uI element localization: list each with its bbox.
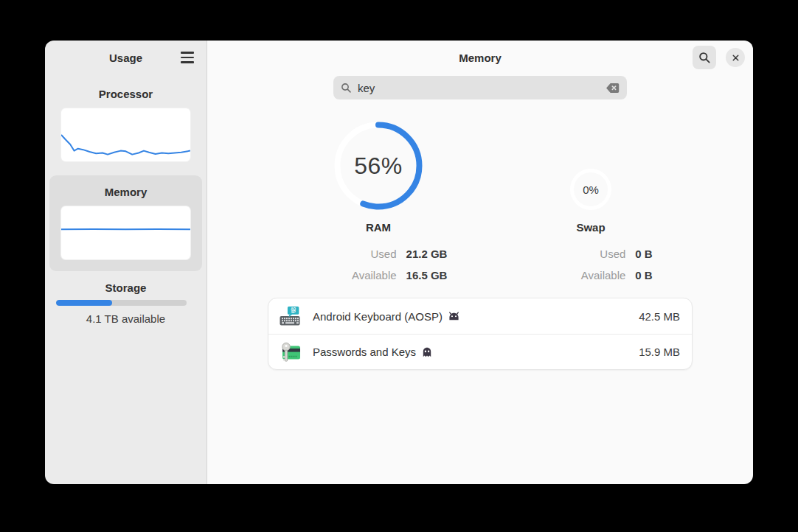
ram-used-value: 21.2 GB bbox=[406, 245, 448, 262]
sidebar-item-processor[interactable]: Processor bbox=[49, 86, 202, 173]
swap-gauge-section: 0% Swap Used 0 B Available 0 B bbox=[502, 122, 679, 284]
close-icon[interactable] bbox=[726, 48, 745, 67]
process-row-passwords-keys[interactable]: Passwords and Keys 15.9 MB bbox=[268, 334, 692, 369]
sidebar-item-memory[interactable]: Memory bbox=[49, 175, 202, 271]
android-robot-icon bbox=[448, 312, 459, 321]
ram-available-value: 16.5 GB bbox=[406, 267, 448, 284]
app-title: Usage bbox=[109, 52, 142, 64]
daemon-ghost-icon bbox=[422, 347, 432, 357]
search-entry bbox=[333, 76, 627, 99]
search-icon[interactable] bbox=[693, 46, 716, 69]
clear-search-icon[interactable] bbox=[606, 83, 620, 94]
main-header: Memory bbox=[207, 41, 753, 74]
process-row-android-keyboard[interactable]: AO SP Android Keyboard (AOSP) 42.5 MB bbox=[268, 298, 692, 334]
swap-percent-value: 0% bbox=[570, 169, 611, 210]
search-input[interactable] bbox=[358, 82, 600, 94]
passwords-keys-app-icon bbox=[278, 340, 302, 364]
memory-usage-chart bbox=[60, 206, 191, 260]
swap-stats: Used 0 B Available 0 B bbox=[529, 245, 652, 284]
swap-available-value: 0 B bbox=[635, 267, 652, 284]
header-controls bbox=[693, 46, 745, 69]
process-name: Android Keyboard (AOSP) bbox=[313, 310, 443, 323]
ram-gauge: 56% bbox=[334, 122, 423, 210]
storage-progress-bar bbox=[56, 300, 187, 306]
memory-label: Memory bbox=[60, 184, 191, 200]
page-title: Memory bbox=[207, 41, 753, 74]
usage-app-window: Usage Processor Memory Storage 4.1 TB av… bbox=[45, 41, 753, 484]
sidebar-header: Usage bbox=[45, 41, 207, 74]
sidebar-item-storage[interactable]: Storage 4.1 TB available bbox=[45, 280, 207, 326]
swap-available-label: Available bbox=[529, 267, 625, 284]
svg-text:SP: SP bbox=[291, 310, 296, 314]
ram-gauge-section: 56% RAM Used 21.2 GB Available 16.5 GB bbox=[290, 122, 467, 284]
processor-usage-chart bbox=[60, 108, 191, 162]
search-entry-icon bbox=[341, 83, 352, 94]
sidebar: Usage Processor Memory Storage 4.1 TB av… bbox=[45, 41, 207, 484]
storage-label: Storage bbox=[56, 280, 195, 296]
process-name: Passwords and Keys bbox=[313, 346, 416, 358]
ram-title: RAM bbox=[366, 220, 391, 236]
gauges-row: 56% RAM Used 21.2 GB Available 16.5 GB bbox=[207, 122, 753, 284]
process-list: AO SP Android Keyboard (AOSP) 42.5 MB bbox=[268, 298, 693, 370]
ram-percent-value: 56% bbox=[334, 122, 423, 210]
swap-used-value: 0 B bbox=[635, 245, 652, 262]
process-memory-value: 42.5 MB bbox=[639, 310, 680, 323]
ram-used-label: Used bbox=[310, 245, 397, 262]
swap-gauge: 0% bbox=[570, 169, 611, 210]
ram-available-label: Available bbox=[310, 267, 397, 284]
search-bar bbox=[207, 76, 753, 99]
storage-available-text: 4.1 TB available bbox=[56, 312, 195, 326]
ram-stats: Used 21.2 GB Available 16.5 GB bbox=[310, 245, 448, 284]
processor-label: Processor bbox=[60, 86, 191, 102]
hamburger-menu-icon[interactable] bbox=[176, 46, 199, 69]
process-memory-value: 15.9 MB bbox=[639, 346, 680, 358]
swap-used-label: Used bbox=[529, 245, 625, 262]
android-keyboard-app-icon: AO SP bbox=[278, 304, 302, 328]
swap-title: Swap bbox=[576, 220, 605, 236]
main-panel: Memory bbox=[207, 41, 753, 484]
